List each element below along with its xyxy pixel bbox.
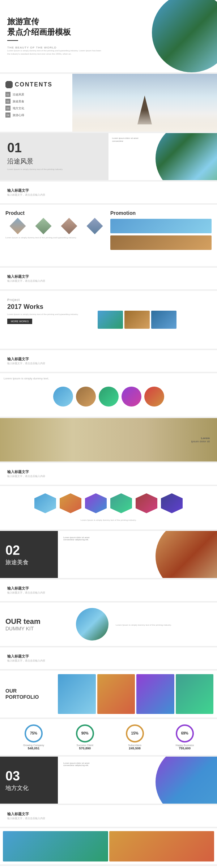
hexagon-1: [34, 493, 56, 513]
snow-tree-decoration: [137, 95, 152, 124]
menu-label-3: 地方文化: [13, 106, 24, 110]
section03-name: 地方文化: [5, 784, 52, 792]
hexagon-5: [136, 493, 157, 513]
text-label-2: 输入标题文字: [7, 274, 210, 279]
slide-text-2: 输入标题文字 输入标题文字，请点击后输入内容: [0, 268, 217, 289]
stat-3: 15% Subscribers 245,508: [126, 724, 144, 750]
menu-item-2: 02 旅途美食: [5, 99, 67, 104]
cover-divider: [7, 40, 18, 41]
menu-num-2: 02: [5, 99, 10, 104]
menu-label-2: 旅途美食: [13, 99, 24, 103]
section02-image: Lorem ipsum dolor sit amet consectetur a…: [58, 531, 217, 578]
slide-section02-header: 02 旅途美食 Lorem ipsum dolor sit amet conse…: [0, 531, 217, 578]
slide-hexagons: Lorem Ipsum is simply dummy text of the …: [0, 486, 217, 529]
stat-value-2: 570,890: [76, 746, 94, 750]
slide-contents: CONTENTS 01 沿途风景 02 旅途美食 03 地方文化 04 旅游心得: [0, 74, 217, 132]
menu-item-3: 03 地方文化: [5, 106, 67, 111]
contents-header: CONTENTS: [5, 81, 67, 88]
photo-circle-2: [76, 387, 96, 407]
section01-image: Lorem ipsum dolor sit amet consectetur: [109, 133, 217, 180]
team-dummy: DUMMY KIT: [5, 626, 67, 631]
product-label: Product: [5, 210, 107, 216]
photo-right: [109, 831, 214, 861]
section02-side-text: Lorem ipsum dolor sit amet consectetur a…: [63, 536, 99, 541]
menu-item-1: 01 沿途风景: [5, 92, 67, 97]
portfolio-photo-4: [176, 674, 214, 714]
stat-value-3: 245,508: [126, 746, 144, 750]
contents-title: CONTENTS: [15, 81, 52, 88]
project-photos: [94, 291, 217, 349]
contents-menu-area: CONTENTS 01 沿途风景 02 旅途美食 03 地方文化 04 旅游心得: [0, 74, 72, 132]
hexagon-3: [85, 493, 107, 513]
product-text: Lorem Ipsum is simply dummy text of the …: [5, 236, 107, 239]
product-diamond-3: [61, 218, 77, 234]
portfolio-photos: [54, 671, 217, 718]
hexagon-row: [4, 490, 213, 517]
colosseum-bg: [0, 418, 217, 461]
product-diamond-2: [35, 218, 51, 234]
text-label-4: 输入标题文字: [7, 469, 210, 475]
team-circle-photo: [76, 608, 109, 641]
snow-scene-image: [72, 74, 217, 132]
slide-our-portfolio: OURPORTOFOLIO: [0, 671, 217, 718]
slide-our-team: OUR team DUMMY KIT Lorem Ipsum is simply…: [0, 603, 217, 646]
slide-section01-header: 01 沿途风景 Lorem Ipsum is simply dummy text…: [0, 133, 217, 180]
section02-number: 02: [5, 543, 52, 558]
text-sublabel-3: 输入标题文字，请点击后输入内容: [7, 362, 210, 365]
photo-circle-5: [144, 387, 164, 407]
hexagon-6: [161, 493, 183, 513]
text-label-5: 输入标题文字: [7, 586, 210, 591]
cover-subtitle: THE BEAUTY OF THE WORLD: [7, 46, 101, 49]
section01-number: 01: [7, 140, 101, 156]
portfolio-photo-3: [136, 674, 174, 714]
photo-circle-3: [99, 387, 119, 407]
hex-desc: Lorem Ipsum is simply dummy text of the …: [4, 519, 213, 521]
cover-circle-image: [152, 0, 217, 72]
text-sublabel-1: 输入标题文字，请点击后输入内容: [7, 193, 210, 197]
stat-circle-3: 15%: [126, 724, 144, 743]
menu-num-1: 01: [5, 92, 10, 97]
project-text-area: Project 2017 Works Lorem Ipsum is simply…: [0, 291, 94, 349]
section03-dark-box: 03 地方文化: [0, 757, 58, 804]
project-more-button[interactable]: MORE WORKS: [7, 319, 32, 324]
slide-text-4: 输入标题文字 输入标题文字，请点击后输入内容: [0, 463, 217, 485]
stat-circle-4: 69%: [176, 724, 194, 743]
team-description: Lorem Ipsum is simply dummy text of the …: [112, 603, 217, 646]
our-label: OUR team: [5, 617, 67, 626]
hexagon-4: [110, 493, 132, 513]
portfolio-photo-1: [58, 674, 96, 714]
text-sublabel-4: 输入标题文字，请点击后输入内容: [7, 475, 210, 478]
section01-name: 沿途风景: [7, 157, 101, 166]
menu-num-4: 04: [5, 112, 10, 118]
project-photo-1: [98, 311, 123, 329]
text-label-7: 输入标题文字: [7, 812, 210, 817]
project-desc: Lorem Ipsum is simply dummy text of the …: [7, 313, 87, 316]
portfolio-photo-2: [97, 674, 135, 714]
stat-4: 69% Happy Business 755,600: [175, 724, 194, 750]
section01-side-text: Lorem ipsum dolor sit amet consectetur: [112, 137, 148, 143]
menu-item-4: 04 旅游心得: [5, 112, 67, 118]
promotion-label: Promotion: [110, 210, 212, 216]
product-grid: [5, 219, 107, 233]
menu-label-1: 沿途风景: [13, 93, 24, 97]
cover-title: 旅游宣传 景点介绍画册模板: [7, 17, 101, 37]
text-sublabel-7: 输入标题文字，请点击后输入内容: [7, 817, 210, 820]
product-section: Product Lorem Ipsum is simply dummy text…: [5, 210, 107, 261]
section02-name: 旅途美食: [5, 559, 52, 566]
slide-cover: 旅游宣传 景点介绍画册模板 THE BEAUTY OF THE WORLD Lo…: [0, 0, 217, 72]
stat-value-4: 755,600: [175, 746, 194, 750]
slide-stats-bars: 75% Growing Company 548,051 90% Success …: [0, 719, 217, 755]
promo-photo-2: [110, 235, 212, 250]
section03-image: Lorem ipsum dolor sit amet consectetur a…: [58, 757, 217, 804]
product-diamond-4: [86, 218, 103, 234]
lorem-text: Lorem Ipsum is simply dummy text.: [4, 377, 213, 380]
project-title: 2017 Works: [7, 303, 87, 311]
section02-circle: [156, 531, 217, 578]
text-sublabel-6: 输入标题文字，请点击后输入内容: [7, 659, 210, 663]
contents-image-area: [72, 74, 217, 132]
section01-text: 01 沿途风景 Lorem Ipsum is simply dummy text…: [0, 133, 109, 180]
slide-two-photo: [0, 828, 217, 864]
portfolio-text: OURPORTOFOLIO: [0, 671, 54, 718]
section02-dark-box: 02 旅途美食: [0, 531, 58, 578]
photo-left: [3, 831, 108, 861]
